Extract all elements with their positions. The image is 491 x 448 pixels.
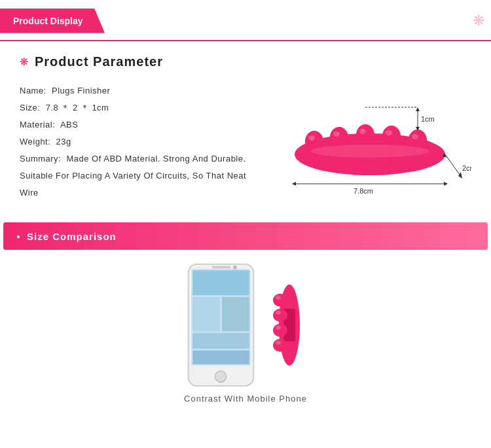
svg-point-43	[276, 326, 281, 330]
svg-marker-17	[292, 182, 296, 186]
comparison-bar: ● Size Comparison	[3, 222, 488, 250]
svg-line-20	[445, 154, 462, 177]
material-label: Material:	[20, 120, 55, 129]
product-parameter-section: ❋ Product Parameter Name: Plugs Finisher…	[0, 41, 491, 216]
header-tab: Product Display	[0, 9, 105, 33]
svg-point-37	[273, 294, 287, 307]
size-value: 7.8 ＊ 2 ＊ 1cm	[46, 103, 109, 112]
svg-point-42	[276, 311, 281, 315]
section-title-product: ❋ Product Parameter	[20, 54, 471, 69]
comparison-caption: Contrast With Mobile Phone	[0, 394, 491, 410]
product-bullet-icon: ❋	[20, 56, 28, 68]
svg-point-9	[386, 130, 392, 135]
param-content: Name: Plugs Finisher Size: 7.8 ＊ 2 ＊ 1cm…	[20, 82, 471, 203]
svg-rect-29	[222, 297, 249, 331]
flower-icon: ❋	[473, 12, 484, 29]
svg-point-41	[276, 296, 281, 300]
size-label: Size:	[20, 103, 40, 112]
weight-label: Weight:	[20, 137, 50, 146]
plug-small-svg	[272, 273, 308, 377]
svg-point-3	[356, 124, 374, 145]
svg-point-39	[273, 324, 287, 337]
phone-svg	[183, 263, 259, 387]
param-text: Name: Plugs Finisher Size: 7.8 ＊ 2 ＊ 1cm…	[20, 82, 255, 203]
name-value: Plugs Finisher	[52, 86, 110, 95]
svg-rect-27	[192, 270, 249, 295]
weight-row: Weight: 23g	[20, 133, 255, 150]
svg-rect-33	[212, 266, 231, 269]
svg-text:1cm: 1cm	[421, 115, 435, 123]
comparison-images	[0, 250, 491, 394]
svg-point-32	[215, 371, 226, 382]
svg-point-11	[311, 145, 429, 158]
svg-marker-18	[444, 182, 448, 186]
svg-rect-30	[192, 333, 249, 349]
name-row: Name: Plugs Finisher	[20, 82, 255, 99]
svg-point-10	[412, 134, 418, 139]
product-diagram-svg: 1cm 7.8cm 2cm	[268, 82, 471, 200]
svg-marker-13	[416, 107, 420, 111]
size-row: Size: 7.8 ＊ 2 ＊ 1cm	[20, 99, 255, 116]
svg-rect-28	[192, 297, 220, 331]
weight-value: 23g	[56, 137, 71, 146]
summary-label: Summary:	[20, 154, 61, 164]
svg-text:7.8cm: 7.8cm	[354, 187, 373, 195]
svg-point-4	[382, 126, 401, 146]
product-parameter-title: Product Parameter	[35, 54, 163, 69]
svg-point-2	[330, 127, 348, 148]
svg-point-44	[276, 341, 281, 345]
product-image: 1cm 7.8cm 2cm	[268, 82, 471, 203]
svg-point-38	[273, 309, 287, 322]
header-bar: Product Display ❋	[0, 0, 491, 41]
svg-point-7	[333, 131, 340, 137]
header-title: Product Display	[13, 16, 83, 26]
svg-rect-31	[192, 351, 249, 364]
name-label: Name:	[20, 86, 46, 95]
svg-point-8	[359, 129, 366, 134]
summary-row: Summary: Made Of ABD Material. Strong An…	[20, 150, 255, 201]
material-row: Material: ABS	[20, 116, 255, 133]
svg-point-6	[308, 135, 315, 141]
material-value: ABS	[60, 120, 79, 129]
svg-point-34	[233, 266, 237, 269]
svg-text:2cm: 2cm	[462, 164, 471, 172]
comparison-bullet-icon: ●	[16, 233, 20, 240]
size-comparison-section: ● Size Comparison	[0, 222, 491, 410]
comparison-title: Size Comparison	[27, 231, 117, 242]
svg-point-40	[273, 339, 287, 352]
